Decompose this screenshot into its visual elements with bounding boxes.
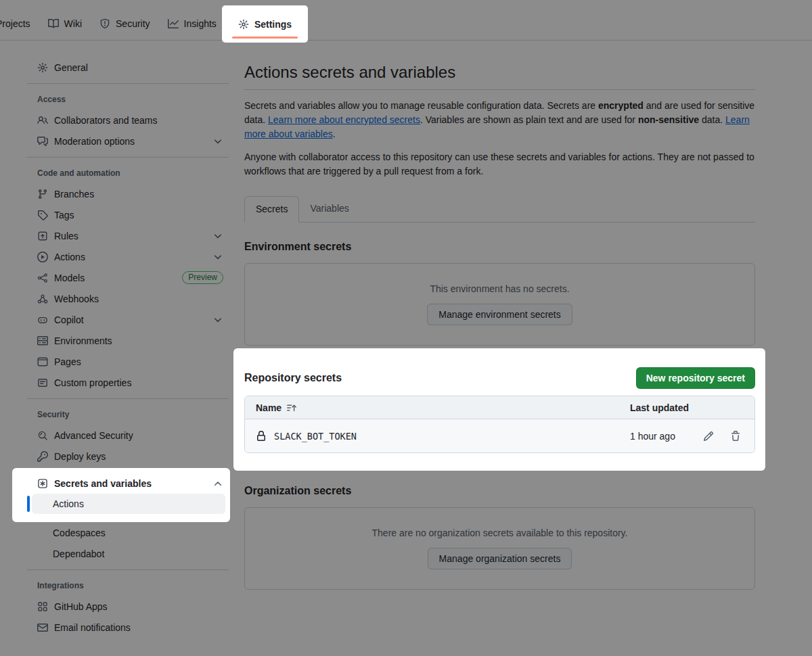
lock-icon (256, 431, 267, 442)
spotlight-secrets-and-variables: Secrets and variables Actions (12, 468, 230, 522)
repository-secrets-header: Repository secrets New repository secret (244, 367, 755, 389)
sidebar-item-label: Secrets and variables (54, 478, 152, 489)
chevron-up-icon (212, 478, 223, 489)
sidebar-item-label: Actions (53, 498, 84, 509)
sidebar-item-secrets-and-variables[interactable]: Secrets and variables (27, 473, 229, 494)
tab-settings-label: Settings (254, 19, 292, 30)
sidebar-subitem-actions-selected: Actions (27, 494, 229, 514)
table-row: SLACK_BOT_TOKEN 1 hour ago (245, 419, 754, 452)
tab-settings[interactable]: Settings (222, 5, 308, 43)
dim-overlay (0, 0, 812, 656)
secret-name: SLACK_BOT_TOKEN (274, 431, 357, 442)
repository-secrets-table: Name Last updated SLACK_BOT_TOKEN 1 hour… (244, 396, 755, 453)
gear-icon (238, 19, 249, 30)
key-asterisk-icon (37, 478, 48, 489)
delete-secret-button[interactable] (729, 429, 742, 443)
column-header-last-updated: Last updated (619, 402, 744, 413)
repository-secrets-heading: Repository secrets (244, 370, 342, 386)
column-header-name[interactable]: Name (256, 402, 619, 413)
sort-ascending-icon (286, 402, 297, 413)
table-header-row: Name Last updated (245, 396, 754, 419)
secret-updated-cell: 1 hour ago (619, 429, 744, 443)
pencil-icon (703, 431, 714, 442)
edit-secret-button[interactable] (702, 429, 715, 443)
secret-updated-time: 1 hour ago (630, 431, 675, 442)
spotlight-repository-secrets: Repository secrets New repository secret… (233, 348, 765, 471)
column-name-label: Name (256, 402, 281, 413)
trash-icon (730, 431, 741, 442)
secret-name-cell: SLACK_BOT_TOKEN (256, 431, 619, 442)
sidebar-subitem-actions[interactable]: Actions (32, 494, 225, 514)
new-repository-secret-button[interactable]: New repository secret (636, 367, 755, 389)
